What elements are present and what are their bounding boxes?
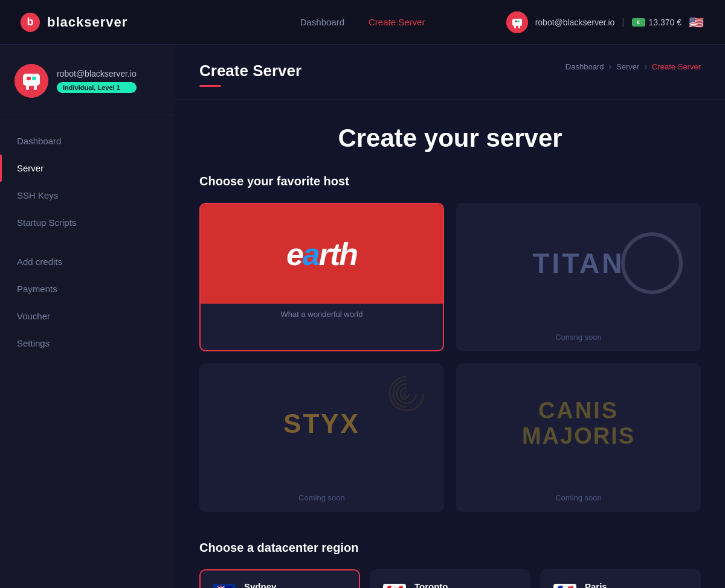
svg-text:b: b: [27, 16, 34, 28]
titan-logo: TITAN: [532, 247, 624, 280]
region-card-toronto[interactable]: Toronto Canada: [370, 569, 530, 588]
host-section-heading: Choose your favorite host: [199, 174, 701, 188]
topnav-right: robot@blackserver.io | € 13.370 € 🇺🇸: [477, 11, 706, 33]
language-flag[interactable]: 🇺🇸: [689, 16, 706, 28]
logo-icon: b: [19, 11, 41, 33]
sidebar-item-dashboard[interactable]: Dashboard: [0, 127, 175, 155]
styx-fingerprint-icon: [382, 371, 431, 419]
main-layout: robot@blackserver.io Individual, Level 1…: [0, 45, 725, 588]
hero-title: Create your server: [199, 124, 701, 153]
svg-rect-11: [32, 77, 36, 80]
australia-flag-icon: [213, 584, 236, 589]
svg-rect-10: [27, 77, 31, 80]
canis-logo: CANIS MAJORIS: [522, 398, 635, 449]
nav-create-server[interactable]: Create Server: [369, 17, 425, 27]
earth-tagline: What a wonderful world: [201, 304, 443, 327]
logo: b blackserver: [19, 11, 248, 33]
titan-coming-soon: Coming soon: [457, 327, 700, 350]
host-card-canis[interactable]: CANIS MAJORIS Coming soon: [456, 363, 701, 512]
sidebar-item-payments[interactable]: Payments: [0, 275, 175, 302]
host-card-earth[interactable]: earth What a wonderful world: [199, 203, 444, 351]
topnav-email: robot@blackserver.io: [535, 18, 615, 27]
svg-rect-7: [518, 26, 520, 28]
canis-coming-soon: Coming soon: [457, 487, 700, 511]
sidebar-username: robot@blackserver.io: [57, 69, 137, 78]
nav-links: Dashboard Create Server: [248, 17, 477, 27]
france-flag-icon: [553, 584, 576, 589]
topnav-credits: € 13.370 €: [632, 18, 682, 27]
sidebar-badge: Individual, Level 1: [57, 82, 137, 93]
host-card-styx[interactable]: STYX Coming soon: [199, 363, 444, 512]
nav-dashboard[interactable]: Dashboard: [300, 17, 344, 27]
titan-ring-icon: [619, 230, 685, 296]
sidebar-item-voucher[interactable]: Voucher: [0, 302, 175, 330]
region-city-paris: Paris: [585, 581, 607, 588]
breadcrumb-create-server: Create Server: [652, 62, 701, 71]
region-section-heading: Choose a datacenter region: [199, 541, 701, 555]
region-city-sydney: Sydney: [244, 581, 276, 588]
region-card-sydney[interactable]: Sydney Australia: [199, 569, 360, 588]
main-content: Create Server Dashboard › Server › Creat…: [175, 45, 725, 588]
avatar-icon: [506, 11, 528, 33]
host-section: Choose your favorite host earth What a w…: [199, 174, 701, 512]
sidebar: robot@blackserver.io Individual, Level 1…: [0, 45, 175, 588]
region-grid: Sydney Australia Toronto Canada: [199, 569, 701, 588]
canada-flag-icon: [383, 584, 406, 589]
svg-rect-9: [23, 74, 40, 86]
content-area: Create your server Choose your favorite …: [175, 100, 725, 588]
page-title-block: Create Server: [199, 62, 301, 87]
sidebar-avatar-icon: [14, 64, 48, 98]
region-city-toronto: Toronto: [414, 581, 448, 588]
svg-point-14: [623, 234, 681, 292]
region-section: Choose a datacenter region Sydney Austra…: [199, 541, 701, 588]
styx-coming-soon: Coming soon: [201, 487, 443, 511]
topnav-avatar: [506, 11, 528, 33]
host-grid: earth What a wonderful world TITAN: [199, 203, 701, 512]
breadcrumb: Dashboard › Server › Create Server: [566, 62, 701, 71]
sidebar-item-server[interactable]: Server: [0, 155, 175, 182]
logo-text: blackserver: [47, 14, 127, 30]
main-header: Create Server Dashboard › Server › Creat…: [175, 45, 725, 100]
credits-icon: €: [632, 18, 645, 27]
sidebar-item-startup-scripts[interactable]: Startup Scripts: [0, 209, 175, 236]
sidebar-item-ssh-keys[interactable]: SSH Keys: [0, 182, 175, 209]
svg-rect-4: [515, 21, 517, 22]
sidebar-profile: robot@blackserver.io Individual, Level 1: [0, 45, 175, 115]
svg-rect-6: [514, 26, 516, 28]
styx-logo: STYX: [283, 409, 360, 439]
svg-rect-3: [512, 19, 522, 26]
breadcrumb-dashboard[interactable]: Dashboard: [566, 62, 604, 71]
svg-rect-5: [517, 21, 520, 22]
sidebar-item-add-credits[interactable]: Add credits: [0, 248, 175, 275]
breadcrumb-server[interactable]: Server: [616, 62, 639, 71]
page-title: Create Server: [199, 62, 301, 80]
region-card-paris[interactable]: Paris France: [540, 569, 701, 588]
sidebar-item-settings[interactable]: Settings: [0, 330, 175, 357]
svg-rect-12: [26, 86, 29, 90]
earth-logo: earth: [286, 236, 357, 272]
sidebar-user-info: robot@blackserver.io Individual, Level 1: [57, 69, 137, 93]
top-navigation: b blackserver Dashboard Create Server ro…: [0, 0, 725, 45]
sidebar-nav: Dashboard Server SSH Keys Startup Script…: [0, 115, 175, 369]
page-title-underline: [199, 85, 221, 87]
sidebar-avatar: [14, 64, 48, 98]
svg-rect-13: [34, 86, 37, 90]
host-card-titan[interactable]: TITAN Coming soon: [456, 203, 701, 351]
